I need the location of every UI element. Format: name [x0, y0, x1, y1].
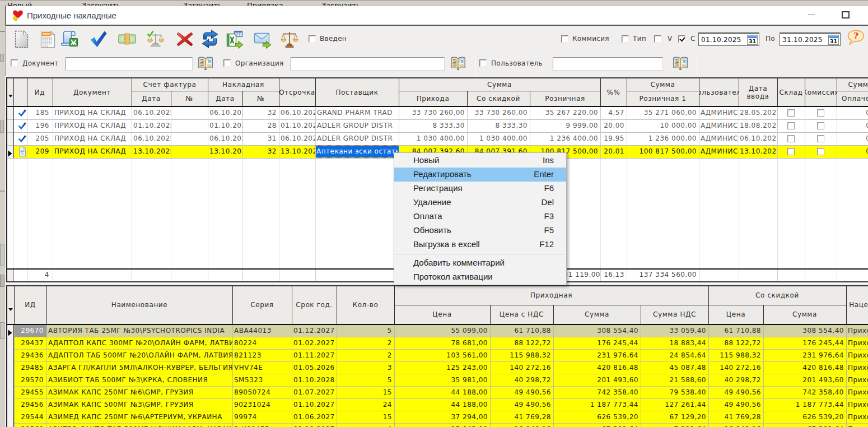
date-from-input[interactable]: 01.10.202531	[698, 33, 759, 46]
col-header-invoice-no[interactable]: №	[171, 91, 208, 106]
col-header-d-sum[interactable]: Сумма	[763, 305, 846, 324]
menu-item-1[interactable]: НовыйIns	[394, 154, 566, 168]
menu-item-4[interactable]: УдалениеDel	[394, 196, 566, 210]
col-header-retail1[interactable]: Розничная 1	[627, 91, 699, 106]
menu-item-5[interactable]: ОплатаF3	[394, 210, 566, 224]
col-header-commission[interactable]: Комиссия	[805, 78, 837, 106]
grid-line	[641, 325, 641, 427]
grid-line	[14, 325, 15, 427]
focused-cell[interactable]: Аптекани эски остатк	[315, 146, 399, 157]
col-header-price[interactable]: Цена	[394, 305, 490, 324]
cell-warehouse-checkbox[interactable]	[787, 148, 795, 155]
delete-x-icon[interactable]	[175, 30, 194, 49]
cell-warehouse-checkbox[interactable]	[787, 109, 795, 117]
cell-paid: 0,00	[837, 122, 868, 132]
col-header-item-name[interactable]: Наименование	[46, 286, 232, 324]
date-from-calendar-button[interactable]: 31	[747, 35, 758, 45]
grid-line	[27, 159, 27, 268]
minimize-button[interactable]	[808, 14, 815, 15]
col-header-document[interactable]: Документ	[53, 78, 132, 106]
col-header-id[interactable]: Ид	[27, 78, 53, 106]
money-icon[interactable]	[118, 30, 137, 49]
print-scroll-excel-icon[interactable]	[60, 30, 79, 49]
refresh-icon[interactable]	[200, 30, 220, 49]
filter-input-1[interactable]	[66, 57, 193, 71]
book-lookup-button-1[interactable]	[197, 55, 214, 71]
col-header-waybill-date[interactable]: Дата	[208, 91, 242, 106]
col-header-discounted[interactable]: Со скидкой	[467, 91, 530, 106]
col-header-item-id[interactable]: ИД	[14, 286, 46, 324]
col-header-supplier[interactable]: Поставщик	[315, 78, 399, 106]
cell-warehouse-checkbox[interactable]	[787, 135, 795, 142]
filter-dropdown-icon[interactable]	[8, 89, 13, 92]
menu-item-3[interactable]: РегистрацияF6	[394, 182, 566, 196]
col-header-pct[interactable]: %%	[600, 78, 627, 106]
col-header-user[interactable]: Пользователь	[699, 78, 739, 106]
col-header-paid[interactable]: Оплачено	[837, 91, 868, 106]
cell-commission-checkbox[interactable]	[817, 109, 824, 117]
cell-commission-checkbox[interactable]	[817, 122, 824, 129]
col-header-warehouse[interactable]: Склад	[777, 78, 805, 106]
new-document-icon[interactable]	[12, 30, 31, 49]
excel-export-icon[interactable]	[225, 30, 244, 49]
group-header-sum[interactable]: Сумма	[399, 78, 600, 91]
grid-line	[292, 325, 292, 427]
group-header-invoice[interactable]: Счет фактура	[132, 78, 208, 91]
date-to-input[interactable]: 31.10.202531	[780, 33, 841, 46]
mail-send-icon[interactable]	[253, 30, 272, 49]
scales-icon[interactable]	[280, 30, 299, 49]
col-header-retail[interactable]: Розничная	[530, 91, 600, 106]
col-header-deferral[interactable]: Отсрочка	[279, 78, 315, 106]
group-header-sum3[interactable]: Сумма	[837, 78, 868, 91]
filter-input-2[interactable]	[291, 57, 445, 71]
col-header-qty[interactable]: Кол-во	[337, 286, 394, 324]
menu-item-6[interactable]: ОбновитьF5	[394, 224, 566, 238]
col-header-d-price[interactable]: Цена	[708, 305, 763, 324]
group-header-discounted[interactable]: Со скидкой	[708, 286, 846, 305]
entered-checkbox[interactable]	[309, 35, 316, 43]
titlebar[interactable]: Приходные накладные	[5, 6, 868, 25]
report-document-icon[interactable]	[38, 30, 57, 49]
book-lookup-button-2[interactable]	[450, 55, 466, 71]
cell-warehouse-checkbox[interactable]	[787, 122, 795, 129]
filter-checkbox-2[interactable]	[223, 59, 231, 67]
cell-series: 99974	[232, 413, 292, 423]
cell-commission-checkbox[interactable]	[817, 148, 824, 155]
menu-item-9[interactable]: Добавить комментарий	[394, 256, 566, 270]
cell-commission-checkbox[interactable]	[817, 135, 824, 142]
confirm-check-icon[interactable]	[89, 30, 108, 49]
filter-checkbox-3[interactable]	[479, 59, 487, 67]
col-header-sum-vat[interactable]: Сумма НДС	[641, 305, 708, 324]
group-header-waybill[interactable]: Накладная	[208, 78, 279, 91]
menu-item-2[interactable]: РедактироватьEnter	[394, 168, 566, 182]
period-checkbox[interactable]	[678, 35, 685, 43]
col-header-series[interactable]: Серия	[232, 286, 292, 324]
cell-user: АДМИНИС	[699, 122, 739, 132]
book-lookup-button-3[interactable]	[672, 55, 689, 71]
col-header-sum[interactable]: Сумма	[553, 305, 641, 324]
type-checkbox[interactable]	[622, 35, 629, 43]
col-header-waybill-no[interactable]: №	[242, 91, 279, 106]
col-header-invoice-date[interactable]: Дата	[132, 91, 171, 106]
date-to-calendar-button[interactable]: 31	[828, 35, 839, 45]
v-checkbox[interactable]	[654, 35, 661, 43]
col-header-expiry[interactable]: Срок год.	[292, 286, 337, 324]
filter-dropdown-icon[interactable]	[8, 303, 13, 305]
col-header-income[interactable]: Прихода	[399, 91, 467, 106]
filter-checkbox-1[interactable]	[11, 59, 18, 67]
group-header-sum2[interactable]: Сумма	[627, 78, 699, 91]
cell-deferral: 01.10.2025	[279, 122, 315, 132]
row-arrow-icon	[8, 328, 12, 335]
col-header-markup[interactable]: Наценка	[846, 286, 868, 324]
menu-item-7[interactable]: Выгрузка в excellF12	[394, 238, 566, 252]
scales-check-icon[interactable]	[146, 30, 165, 49]
commission-checkbox[interactable]	[561, 35, 568, 43]
col-header-price-vat[interactable]: Цена с НДС	[490, 305, 553, 324]
group-header-income[interactable]: Приходная	[394, 286, 708, 305]
items-grid[interactable]: ИДНаименованиеСерияСрок год.Кол-воПриход…	[6, 285, 868, 427]
col-header-entry-date[interactable]: Датаввода	[739, 78, 777, 106]
help-icon[interactable]: ?	[847, 30, 865, 45]
menu-item-10[interactable]: Протокол активации	[394, 270, 566, 284]
maximize-button[interactable]	[842, 11, 850, 18]
filter-input-3[interactable]	[553, 57, 663, 71]
